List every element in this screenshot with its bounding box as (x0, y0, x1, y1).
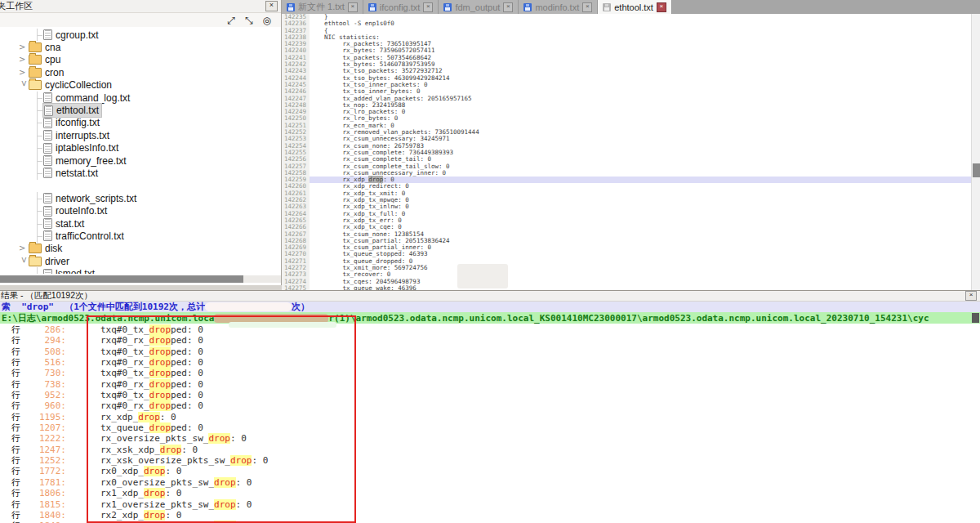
tab-close-button[interactable]: × (348, 2, 358, 12)
row-content: rx_xsk_xdp_drop: 0 (100, 445, 198, 455)
match-prefix: txq#0_tx_ (100, 368, 149, 378)
match-highlight: drop (149, 346, 172, 357)
chevron-right-icon[interactable]: > (19, 69, 29, 77)
result-row[interactable]: 行286:txq#0_tx_dropped: 0 (0, 324, 980, 335)
tab-close-button[interactable]: × (503, 2, 513, 12)
tree-item-label: network_scripts.txt (56, 193, 136, 204)
tree-item-label: ethtool.txt (56, 105, 99, 116)
result-row[interactable]: 行1247:rx_xsk_xdp_drop: 0 (0, 445, 980, 455)
row-label: 行 (11, 488, 23, 498)
result-row[interactable]: 行1772:rx0_xdp_drop: 0 (0, 466, 980, 476)
result-row[interactable]: 行508:txq#0_tx_dropped: 0 (0, 346, 980, 357)
tab-ifconfig.txt[interactable]: ifconfig.txt× (363, 0, 439, 14)
scrollbar-thumb[interactable] (973, 163, 980, 177)
tab-close-button[interactable]: × (657, 2, 666, 12)
collapse-all-icon[interactable]: ⤡ (245, 16, 253, 25)
chevron-right-icon[interactable]: > (19, 244, 29, 253)
result-row[interactable]: 行1781:rx0_oversize_pkts_sw_drop: 0 (0, 477, 980, 488)
tree-item-iptablesInfo.txt[interactable]: iptablesInfo.txt (0, 142, 281, 154)
result-row[interactable]: 行1806:rx1_xdp_drop: 0 (0, 488, 980, 498)
result-row[interactable]: 行738:rxq#0_rx_dropped: 0 (0, 379, 980, 390)
tree-item-cna[interactable]: >cna (0, 41, 281, 53)
tree-item-memory_free.txt[interactable]: memory_free.txt (0, 154, 281, 167)
editor-vertical-scrollbar[interactable] (971, 14, 980, 290)
chevron-down-icon[interactable]: > (20, 257, 28, 266)
row-content: txq#0_tx_dropped: 0 (100, 368, 203, 378)
tab-modinfo.txt[interactable]: modinfo.txt× (519, 0, 598, 14)
result-row[interactable]: 行1252:rx_xsk_oversize_pkts_sw_drop: 0 (0, 455, 980, 466)
tree-item-blank (0, 180, 281, 192)
tree-item-netstat.txt[interactable]: netstat.txt (0, 167, 281, 179)
tab-ethtool.txt[interactable]: ethtool.txt× (598, 0, 672, 14)
tree-item-ethtool.txt[interactable]: ethtool.txt (0, 104, 281, 116)
match-highlight: drop (149, 422, 172, 433)
tree-item-cpu[interactable]: >cpu (0, 54, 281, 66)
tree-item-routeInfo.txt[interactable]: routeInfo.txt (0, 204, 281, 217)
result-row[interactable]: 行1222:rx_oversize_pkts_sw_drop: 0 (0, 433, 980, 444)
file-icon (43, 130, 52, 141)
save-icon (287, 3, 295, 11)
result-row[interactable]: 行730:txq#0_tx_dropped: 0 (0, 368, 980, 378)
workspace-titlebar: 夹工作区 × (0, 0, 281, 13)
row-line-number: 516: (23, 357, 66, 368)
folder-icon (29, 244, 42, 253)
row-line-number: 952: (23, 390, 66, 400)
result-row[interactable]: 行960:rxq#0_rx_dropped: 0 (0, 400, 980, 411)
row-label: 行 (11, 477, 23, 488)
tab-close-button[interactable]: × (582, 2, 592, 12)
result-row[interactable]: 行1195:rx_xdp_drop: 0 (0, 412, 980, 422)
editor-text-area[interactable]: 142235}142236ethtool -S enp1s0f0142237{1… (282, 14, 971, 290)
scrollbar-thumb[interactable] (0, 275, 243, 283)
tree-item-cron[interactable]: >cron (0, 66, 281, 78)
tree-item-label: iptablesInfo.txt (56, 142, 118, 154)
match-suffix: : 0 (236, 499, 252, 510)
result-row[interactable]: 行1207:tx_queue_dropped: 0 (0, 422, 980, 433)
row-label: 行 (11, 357, 23, 368)
tree-item-ifconfig.txt[interactable]: ifconfig.txt (0, 117, 281, 129)
redaction-blob (457, 264, 508, 288)
tree-item-network_scripts.txt[interactable]: network_scripts.txt (0, 192, 281, 204)
chevron-down-icon[interactable]: > (20, 80, 28, 90)
match-suffix: : 0 (165, 466, 181, 476)
tab-新文件 1.txt[interactable]: 新文件 1.txt× (282, 0, 363, 14)
result-row[interactable]: 行294:rxq#0_rx_dropped: 0 (0, 335, 980, 346)
result-row[interactable]: 行952:txq#0_tx_dropped: 0 (0, 390, 980, 400)
tree-item-command_log.txt[interactable]: command_log.txt (0, 92, 281, 104)
results-close-button[interactable]: × (965, 291, 977, 301)
result-row[interactable]: 行516:rxq#0_rx_dropped: 0 (0, 357, 980, 368)
tab-label: fdm_output (455, 2, 500, 12)
result-row[interactable]: 行1840:rx2_xdp_drop: 0 (0, 510, 980, 521)
folder-icon (29, 80, 42, 90)
code-line: 142236ethtool -S enp1s0f0 (282, 20, 971, 27)
file-icon (43, 29, 52, 40)
match-highlight: drop (149, 379, 172, 390)
search-summary-suffix: 次） (292, 301, 310, 313)
row-line-number: 1207: (23, 422, 66, 433)
expand-all-icon[interactable]: ⤢ (227, 16, 235, 25)
selected-file[interactable]: ethtool.txt (43, 104, 101, 117)
result-file-path[interactable]: E:\日志\armod0523.odata.ncmp.unicom.locar(… (0, 312, 980, 324)
chevron-right-icon[interactable]: > (19, 43, 29, 51)
tree-connector (37, 142, 43, 154)
tree-item-cyclicCollection[interactable]: >cyclicCollection (0, 79, 281, 92)
tab-fdm_output[interactable]: fdm_output× (439, 0, 519, 14)
tree-item-cgroup.txt[interactable]: cgroup.txt (0, 29, 281, 41)
match-prefix: rx0_xdp_ (100, 466, 144, 476)
match-suffix: ped: 0 (171, 422, 203, 433)
chevron-right-icon[interactable]: > (19, 56, 29, 64)
tree-item-trafficControl.txt[interactable]: trafficControl.txt (0, 230, 281, 242)
tree-item-driver[interactable]: >driver (0, 255, 281, 267)
tree-item-stat.txt[interactable]: stat.txt (0, 217, 281, 230)
tree-connector (37, 230, 43, 242)
tree-item-interrupts.txt[interactable]: interrupts.txt (0, 129, 281, 141)
tab-close-button[interactable]: × (423, 2, 433, 12)
tree-item-disk[interactable]: >disk (0, 243, 281, 255)
tree-connector (37, 217, 43, 230)
result-row[interactable]: 行1815:rx1_oversize_pkts_sw_drop: 0 (0, 499, 980, 510)
code-text: tx_added_vlan_packets: 205165957165 (310, 96, 971, 102)
locate-file-icon[interactable]: ◎ (263, 16, 271, 25)
tree-horizontal-scrollbar[interactable] (0, 275, 281, 283)
tree-item-lsmod.txt[interactable]: lsmod.txt (0, 267, 281, 274)
workspace-close-button[interactable]: × (265, 1, 278, 11)
search-summary: 索 "drop" （1个文件中匹配到10192次，总计次） (0, 302, 980, 312)
